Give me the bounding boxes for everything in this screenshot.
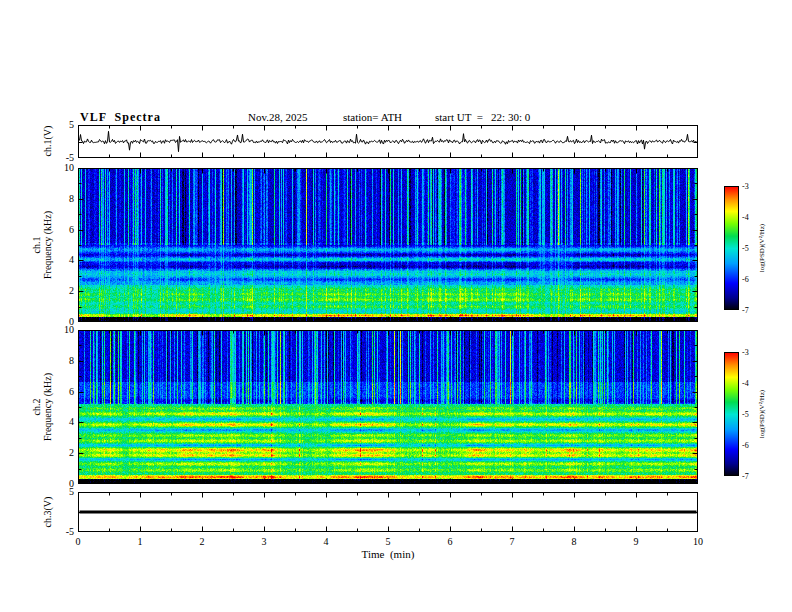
colorbar1-canvas: [724, 186, 739, 310]
ch1-waveform-canvas: [78, 125, 698, 158]
time-tick-label: 10: [688, 536, 708, 547]
freq-tick-label: 2: [48, 447, 74, 458]
ch1-spectrogram-ylabel-line1: ch.1: [31, 211, 42, 279]
time-tick-label: 4: [316, 536, 336, 547]
time-tick-label: 5: [378, 536, 398, 547]
freq-tick-label: 2: [48, 285, 74, 296]
start-ut-label: start UT = 22: 30: 0: [435, 111, 530, 123]
time-tick-label: 7: [502, 536, 522, 547]
time-tick-label: 0: [68, 536, 88, 547]
ch3-waveform-canvas: [78, 492, 698, 532]
time-tick-label: 3: [254, 536, 274, 547]
figure-title: VLF Spectra: [80, 110, 161, 125]
colorbar-tick-label: -6: [742, 441, 760, 450]
freq-tick-label: 6: [48, 386, 74, 397]
time-tick-label: 6: [440, 536, 460, 547]
time-tick-label: 8: [564, 536, 584, 547]
ch2-spectrogram-ylabel-line1: ch.2: [31, 373, 42, 441]
time-tick-label: 9: [626, 536, 646, 547]
time-axis-title: Time (min): [78, 548, 698, 560]
colorbar-tick-label: -4: [742, 213, 760, 222]
colorbar-tick-label: -7: [742, 472, 760, 481]
ch2-spectrogram-ylabel: ch.2 Frequency (kHz): [31, 373, 53, 441]
ch1-waveform-ylabel: ch.1(V): [42, 126, 53, 157]
ch2-spectrogram-canvas: [78, 330, 698, 484]
ch1-spectrogram-ylabel: ch.1 Frequency (kHz): [31, 211, 53, 279]
figure-date: Nov.28, 2025: [248, 111, 307, 123]
freq-tick-label: 4: [48, 416, 74, 427]
colorbar-tick-label: -3: [742, 182, 760, 191]
volt-tick-label: -5: [52, 526, 74, 537]
freq-tick-label: 10: [48, 162, 74, 173]
ch1-spectrogram-ylabel-line2: Frequency (kHz): [42, 211, 53, 279]
colorbar-tick-label: -3: [742, 348, 760, 357]
colorbar-tick-label: -4: [742, 379, 760, 388]
freq-tick-label: 4: [48, 254, 74, 265]
freq-tick-label: 8: [48, 193, 74, 204]
colorbar2-canvas: [724, 352, 739, 476]
time-tick-label: 2: [192, 536, 212, 547]
colorbar-tick-label: -5: [742, 244, 760, 253]
station-label: station= ATH: [343, 111, 402, 123]
colorbar-tick-label: -5: [742, 410, 760, 419]
ch1-spectrogram-canvas: [78, 168, 698, 322]
colorbar-tick-label: -6: [742, 275, 760, 284]
volt-tick-label: -5: [52, 152, 74, 163]
ch3-waveform-ylabel: ch.3(V): [42, 497, 53, 528]
vlf-spectra-figure: VLF Spectra Nov.28, 2025 station= ATH st…: [0, 0, 792, 612]
colorbar-tick-label: -7: [742, 306, 760, 315]
ch2-spectrogram-ylabel-line2: Frequency (kHz): [42, 373, 53, 441]
volt-tick-label: 5: [52, 119, 74, 130]
freq-tick-label: 10: [48, 324, 74, 335]
volt-tick-label: 5: [52, 486, 74, 497]
time-tick-label: 1: [130, 536, 150, 547]
freq-tick-label: 6: [48, 224, 74, 235]
freq-tick-label: 8: [48, 355, 74, 366]
